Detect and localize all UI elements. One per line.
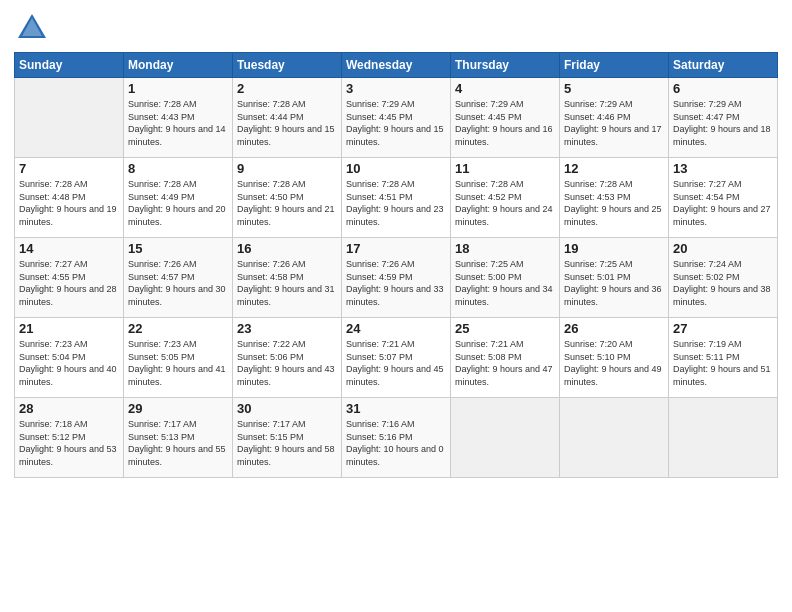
day-detail: Sunrise: 7:29 AMSunset: 4:45 PMDaylight:… [346, 98, 446, 148]
day-detail: Sunrise: 7:21 AMSunset: 5:08 PMDaylight:… [455, 338, 555, 388]
logo [14, 10, 54, 46]
calendar-day-cell: 15 Sunrise: 7:26 AMSunset: 4:57 PMDaylig… [124, 238, 233, 318]
calendar-day-cell: 11 Sunrise: 7:28 AMSunset: 4:52 PMDaylig… [451, 158, 560, 238]
weekday-header: Wednesday [342, 53, 451, 78]
calendar-table: SundayMondayTuesdayWednesdayThursdayFrid… [14, 52, 778, 478]
calendar-day-cell: 2 Sunrise: 7:28 AMSunset: 4:44 PMDayligh… [233, 78, 342, 158]
day-detail: Sunrise: 7:28 AMSunset: 4:43 PMDaylight:… [128, 98, 228, 148]
calendar-day-cell [451, 398, 560, 478]
day-detail: Sunrise: 7:25 AMSunset: 5:01 PMDaylight:… [564, 258, 664, 308]
calendar-day-cell: 17 Sunrise: 7:26 AMSunset: 4:59 PMDaylig… [342, 238, 451, 318]
day-number: 6 [673, 81, 773, 96]
calendar-header: SundayMondayTuesdayWednesdayThursdayFrid… [15, 53, 778, 78]
day-detail: Sunrise: 7:17 AMSunset: 5:13 PMDaylight:… [128, 418, 228, 468]
calendar-day-cell: 5 Sunrise: 7:29 AMSunset: 4:46 PMDayligh… [560, 78, 669, 158]
day-number: 18 [455, 241, 555, 256]
day-number: 1 [128, 81, 228, 96]
day-detail: Sunrise: 7:29 AMSunset: 4:45 PMDaylight:… [455, 98, 555, 148]
day-number: 19 [564, 241, 664, 256]
day-detail: Sunrise: 7:28 AMSunset: 4:51 PMDaylight:… [346, 178, 446, 228]
calendar-day-cell: 18 Sunrise: 7:25 AMSunset: 5:00 PMDaylig… [451, 238, 560, 318]
day-number: 24 [346, 321, 446, 336]
day-detail: Sunrise: 7:23 AMSunset: 5:04 PMDaylight:… [19, 338, 119, 388]
day-number: 26 [564, 321, 664, 336]
calendar-week-row: 28 Sunrise: 7:18 AMSunset: 5:12 PMDaylig… [15, 398, 778, 478]
page: SundayMondayTuesdayWednesdayThursdayFrid… [0, 0, 792, 612]
weekday-header: Thursday [451, 53, 560, 78]
calendar-day-cell: 21 Sunrise: 7:23 AMSunset: 5:04 PMDaylig… [15, 318, 124, 398]
calendar-day-cell: 27 Sunrise: 7:19 AMSunset: 5:11 PMDaylig… [669, 318, 778, 398]
day-number: 4 [455, 81, 555, 96]
calendar-week-row: 7 Sunrise: 7:28 AMSunset: 4:48 PMDayligh… [15, 158, 778, 238]
day-number: 29 [128, 401, 228, 416]
day-number: 31 [346, 401, 446, 416]
calendar-day-cell: 12 Sunrise: 7:28 AMSunset: 4:53 PMDaylig… [560, 158, 669, 238]
day-number: 30 [237, 401, 337, 416]
day-detail: Sunrise: 7:24 AMSunset: 5:02 PMDaylight:… [673, 258, 773, 308]
calendar-day-cell: 9 Sunrise: 7:28 AMSunset: 4:50 PMDayligh… [233, 158, 342, 238]
day-detail: Sunrise: 7:19 AMSunset: 5:11 PMDaylight:… [673, 338, 773, 388]
day-number: 13 [673, 161, 773, 176]
calendar-day-cell: 30 Sunrise: 7:17 AMSunset: 5:15 PMDaylig… [233, 398, 342, 478]
day-detail: Sunrise: 7:27 AMSunset: 4:54 PMDaylight:… [673, 178, 773, 228]
day-number: 16 [237, 241, 337, 256]
day-number: 21 [19, 321, 119, 336]
day-detail: Sunrise: 7:26 AMSunset: 4:57 PMDaylight:… [128, 258, 228, 308]
calendar-week-row: 14 Sunrise: 7:27 AMSunset: 4:55 PMDaylig… [15, 238, 778, 318]
weekday-header: Monday [124, 53, 233, 78]
day-detail: Sunrise: 7:28 AMSunset: 4:53 PMDaylight:… [564, 178, 664, 228]
day-detail: Sunrise: 7:29 AMSunset: 4:46 PMDaylight:… [564, 98, 664, 148]
calendar-day-cell: 26 Sunrise: 7:20 AMSunset: 5:10 PMDaylig… [560, 318, 669, 398]
day-number: 10 [346, 161, 446, 176]
calendar-day-cell: 28 Sunrise: 7:18 AMSunset: 5:12 PMDaylig… [15, 398, 124, 478]
calendar-day-cell: 14 Sunrise: 7:27 AMSunset: 4:55 PMDaylig… [15, 238, 124, 318]
day-detail: Sunrise: 7:28 AMSunset: 4:52 PMDaylight:… [455, 178, 555, 228]
day-number: 17 [346, 241, 446, 256]
calendar-day-cell [15, 78, 124, 158]
weekday-header: Friday [560, 53, 669, 78]
day-detail: Sunrise: 7:28 AMSunset: 4:50 PMDaylight:… [237, 178, 337, 228]
day-detail: Sunrise: 7:27 AMSunset: 4:55 PMDaylight:… [19, 258, 119, 308]
weekday-row: SundayMondayTuesdayWednesdayThursdayFrid… [15, 53, 778, 78]
day-number: 2 [237, 81, 337, 96]
calendar-day-cell: 23 Sunrise: 7:22 AMSunset: 5:06 PMDaylig… [233, 318, 342, 398]
calendar-day-cell [669, 398, 778, 478]
calendar-day-cell: 22 Sunrise: 7:23 AMSunset: 5:05 PMDaylig… [124, 318, 233, 398]
day-detail: Sunrise: 7:28 AMSunset: 4:48 PMDaylight:… [19, 178, 119, 228]
day-number: 11 [455, 161, 555, 176]
calendar-body: 1 Sunrise: 7:28 AMSunset: 4:43 PMDayligh… [15, 78, 778, 478]
day-number: 22 [128, 321, 228, 336]
calendar-day-cell: 16 Sunrise: 7:26 AMSunset: 4:58 PMDaylig… [233, 238, 342, 318]
logo-icon [14, 10, 50, 46]
day-detail: Sunrise: 7:29 AMSunset: 4:47 PMDaylight:… [673, 98, 773, 148]
day-number: 3 [346, 81, 446, 96]
day-number: 8 [128, 161, 228, 176]
day-number: 9 [237, 161, 337, 176]
calendar-day-cell: 13 Sunrise: 7:27 AMSunset: 4:54 PMDaylig… [669, 158, 778, 238]
calendar-week-row: 1 Sunrise: 7:28 AMSunset: 4:43 PMDayligh… [15, 78, 778, 158]
calendar-day-cell: 7 Sunrise: 7:28 AMSunset: 4:48 PMDayligh… [15, 158, 124, 238]
day-number: 20 [673, 241, 773, 256]
calendar-day-cell: 25 Sunrise: 7:21 AMSunset: 5:08 PMDaylig… [451, 318, 560, 398]
day-detail: Sunrise: 7:22 AMSunset: 5:06 PMDaylight:… [237, 338, 337, 388]
calendar-day-cell: 20 Sunrise: 7:24 AMSunset: 5:02 PMDaylig… [669, 238, 778, 318]
day-detail: Sunrise: 7:23 AMSunset: 5:05 PMDaylight:… [128, 338, 228, 388]
day-detail: Sunrise: 7:20 AMSunset: 5:10 PMDaylight:… [564, 338, 664, 388]
weekday-header: Saturday [669, 53, 778, 78]
weekday-header: Sunday [15, 53, 124, 78]
day-detail: Sunrise: 7:17 AMSunset: 5:15 PMDaylight:… [237, 418, 337, 468]
calendar-day-cell: 24 Sunrise: 7:21 AMSunset: 5:07 PMDaylig… [342, 318, 451, 398]
calendar-day-cell: 6 Sunrise: 7:29 AMSunset: 4:47 PMDayligh… [669, 78, 778, 158]
calendar-day-cell: 31 Sunrise: 7:16 AMSunset: 5:16 PMDaylig… [342, 398, 451, 478]
day-detail: Sunrise: 7:28 AMSunset: 4:49 PMDaylight:… [128, 178, 228, 228]
day-number: 5 [564, 81, 664, 96]
day-number: 15 [128, 241, 228, 256]
calendar-day-cell [560, 398, 669, 478]
day-number: 23 [237, 321, 337, 336]
calendar-day-cell: 19 Sunrise: 7:25 AMSunset: 5:01 PMDaylig… [560, 238, 669, 318]
day-number: 7 [19, 161, 119, 176]
calendar-day-cell: 3 Sunrise: 7:29 AMSunset: 4:45 PMDayligh… [342, 78, 451, 158]
calendar-day-cell: 10 Sunrise: 7:28 AMSunset: 4:51 PMDaylig… [342, 158, 451, 238]
day-number: 14 [19, 241, 119, 256]
weekday-header: Tuesday [233, 53, 342, 78]
